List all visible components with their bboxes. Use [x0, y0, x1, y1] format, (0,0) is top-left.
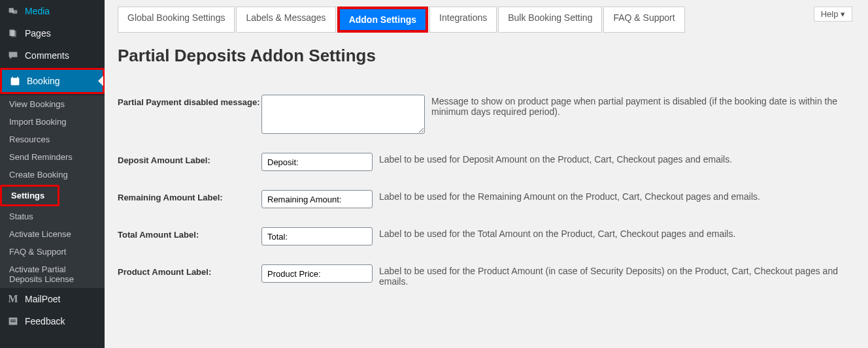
sidebar-item-comments[interactable]: Comments: [0, 44, 105, 67]
help-button[interactable]: Help ▾: [814, 7, 852, 22]
page-title: Partial Deposits Addon Settings: [118, 46, 855, 66]
field-label: Partial Payment disabled message:: [118, 95, 261, 107]
calendar-icon: [8, 74, 22, 87]
settings-tabs: Global Booking Settings Labels & Message…: [118, 7, 855, 33]
field-label: Product Amount Label:: [118, 264, 261, 277]
submenu-activate-license[interactable]: Activate License: [0, 225, 105, 243]
submenu-view-bookings[interactable]: View Bookings: [0, 95, 105, 113]
sidebar-label: Feedback: [25, 316, 65, 326]
tab-labels[interactable]: Labels & Messages: [236, 7, 335, 33]
svg-rect-8: [10, 320, 16, 321]
sidebar-item-feedback[interactable]: Feedback: [0, 310, 105, 332]
feedback-icon: [7, 315, 20, 328]
sidebar-item-booking[interactable]: Booking: [2, 70, 103, 92]
sidebar-label: Booking: [27, 76, 60, 86]
comments-icon: [7, 49, 20, 62]
tab-integrations[interactable]: Integrations: [429, 7, 497, 33]
sidebar-label: Media: [25, 6, 50, 16]
submenu-faq-support[interactable]: FAQ & Support: [0, 243, 105, 261]
svg-rect-6: [17, 77, 18, 79]
tab-addon[interactable]: Addon Settings: [337, 7, 428, 33]
field-desc: Label to be used for the Total Amount on…: [379, 227, 855, 239]
main-content: Help ▾ Global Booking Settings Labels & …: [105, 0, 868, 348]
field-deposit-label: Deposit Amount Label: Label to be used f…: [118, 144, 855, 181]
field-label: Total Amount Label:: [118, 227, 261, 240]
booking-submenu: View Bookings Import Booking Resources S…: [0, 95, 105, 288]
sidebar-item-mailpoet[interactable]: M MailPoet: [0, 288, 105, 310]
sidebar-item-media[interactable]: Media: [0, 0, 105, 22]
field-product-label: Product Amount Label: Label to be used f…: [118, 255, 855, 296]
svg-rect-1: [12, 10, 17, 14]
field-label: Deposit Amount Label:: [118, 153, 261, 165]
sidebar-label: MailPoet: [25, 294, 60, 304]
submenu-import-booking[interactable]: Import Booking: [0, 113, 105, 131]
sidebar-item-pages[interactable]: Pages: [0, 22, 105, 44]
submenu-resources[interactable]: Resources: [0, 131, 105, 148]
sidebar-label: Pages: [25, 28, 51, 39]
submenu-activate-partial[interactable]: Activate Partial Deposits License: [0, 261, 105, 288]
submenu-settings[interactable]: Settings: [2, 187, 58, 204]
pages-icon: [7, 27, 20, 40]
sidebar-label: Comments: [25, 50, 69, 61]
deposit-label-input[interactable]: [261, 153, 373, 171]
field-desc: Label to be used for the Product Amount …: [379, 264, 855, 287]
media-icon: [7, 5, 20, 18]
field-desc: Label to be used for Deposit Amount on t…: [379, 153, 855, 165]
svg-rect-9: [10, 321, 16, 322]
mailpoet-icon: M: [7, 293, 20, 306]
field-desc: Message to show on product page when par…: [431, 95, 855, 117]
svg-rect-3: [11, 31, 16, 37]
field-label: Remaining Amount Label:: [118, 190, 261, 202]
submenu-send-reminders[interactable]: Send Reminders: [0, 148, 105, 166]
field-remaining-label: Remaining Amount Label: Label to be used…: [118, 181, 855, 218]
field-disabled-message: Partial Payment disabled message: Messag…: [118, 86, 855, 144]
total-label-input[interactable]: [261, 227, 373, 245]
svg-rect-5: [12, 77, 13, 79]
admin-sidebar: Media Pages Comments Booking View Bookin…: [0, 0, 105, 348]
submenu-status[interactable]: Status: [0, 208, 105, 225]
remaining-label-input[interactable]: [261, 190, 373, 208]
tab-global[interactable]: Global Booking Settings: [118, 7, 235, 33]
svg-rect-4: [11, 78, 20, 85]
product-label-input[interactable]: [261, 264, 373, 283]
disabled-message-textarea[interactable]: [261, 95, 425, 134]
tab-faq[interactable]: FAQ & Support: [603, 7, 684, 33]
field-desc: Label to be used for the Remaining Amoun…: [379, 190, 855, 202]
field-total-label: Total Amount Label: Label to be used for…: [118, 218, 855, 255]
tab-bulk[interactable]: Bulk Booking Setting: [498, 7, 602, 33]
submenu-create-booking[interactable]: Create Booking: [0, 166, 105, 183]
settings-form: Partial Payment disabled message: Messag…: [118, 86, 855, 296]
